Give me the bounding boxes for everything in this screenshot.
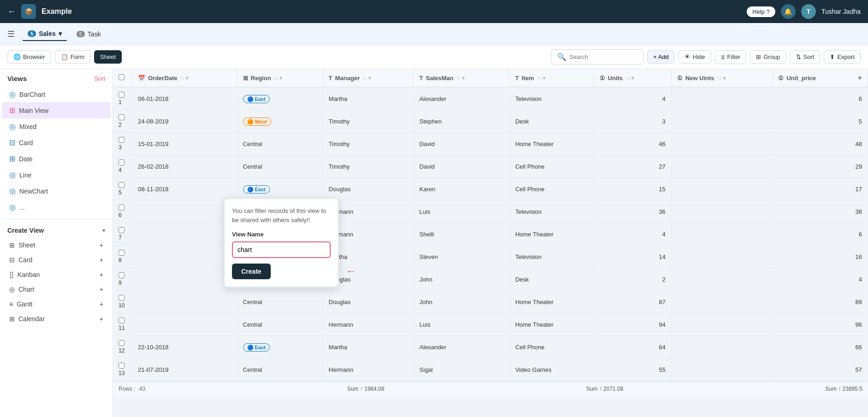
- calendar-add-icon[interactable]: +: [100, 315, 103, 323]
- card-add-icon[interactable]: +: [100, 256, 103, 264]
- newunits-sort-icon[interactable]: ↑↓ ▾: [717, 76, 725, 81]
- row-orderdate: 08-11-2018: [132, 178, 238, 200]
- sheet-button[interactable]: Sheet: [94, 50, 122, 64]
- row-salesman: John: [414, 291, 510, 313]
- row-checkbox[interactable]: [119, 363, 125, 369]
- toolbar: 🌐 Browser 📋 Form Sheet 🔍 + Add 👁 Hide ⧖ …: [0, 45, 868, 69]
- help-button[interactable]: Help ?: [747, 6, 775, 17]
- add-button[interactable]: + Add: [647, 50, 675, 64]
- add-col-icon[interactable]: +: [858, 74, 862, 82]
- sidebar-item-card[interactable]: ⊟ Card ⋯: [2, 135, 111, 151]
- more-icon: ◎: [9, 203, 16, 211]
- row-orderdate: [132, 268, 238, 291]
- tab-task[interactable]: 5 Task: [71, 28, 107, 41]
- row-newunits: [671, 313, 773, 336]
- search-bar[interactable]: 🔍: [551, 49, 643, 65]
- row-checkbox[interactable]: [119, 205, 125, 211]
- row-item: Television: [510, 200, 594, 223]
- search-icon: 🔍: [557, 53, 566, 61]
- kanban-add-icon[interactable]: +: [100, 271, 103, 278]
- row-checkbox-cell: 12: [113, 336, 132, 358]
- orderdate-sort-icon[interactable]: ↑↓ ▾: [180, 76, 189, 81]
- sheet-icon: ⊞: [9, 241, 15, 249]
- form-button[interactable]: 📋 Form: [55, 50, 90, 64]
- row-number: 13: [119, 370, 125, 376]
- sidebar-item-date[interactable]: ⊞ Date ⋯: [2, 151, 111, 167]
- item-sort-icon[interactable]: ↑↓ ▾: [537, 76, 545, 81]
- sidebar-item-more[interactable]: ◎ ... ⋯: [2, 199, 111, 215]
- browser-label: Browser: [23, 53, 45, 60]
- views-sort-button[interactable]: Sort: [94, 75, 105, 82]
- salesman-sort-icon[interactable]: ↑↓ ▾: [456, 76, 464, 81]
- export-button[interactable]: ⬆ Export: [824, 50, 861, 64]
- back-arrow-icon[interactable]: ←: [7, 7, 16, 17]
- row-units: 46: [594, 133, 671, 155]
- row-orderdate: 06-01-2018: [132, 87, 238, 110]
- create-view-chart[interactable]: ◎ Chart +: [4, 282, 109, 297]
- browser-button[interactable]: 🌐 Browser: [7, 50, 51, 64]
- row-number: 11: [119, 325, 125, 331]
- row-unitprice: 38: [773, 200, 868, 223]
- row-newunits: [671, 291, 773, 313]
- popup-create-button[interactable]: Create: [232, 264, 271, 279]
- region-sort-icon[interactable]: ↑↓ ▾: [274, 76, 282, 81]
- row-checkbox[interactable]: [119, 317, 125, 323]
- sidebar-item-newchart[interactable]: ◎ NewChart ⋯: [2, 183, 111, 199]
- sidebar-item-mainview[interactable]: ⊞ Main View ⋯: [2, 102, 111, 118]
- sidebar-item-line[interactable]: ◎ Line ⋯: [2, 167, 111, 183]
- th-unitprice: ① Unit_price +: [773, 69, 868, 87]
- create-view-sheet[interactable]: ⊞ Sheet +: [4, 238, 109, 253]
- app-title: Example: [42, 7, 72, 16]
- row-region: 🔵 East: [237, 87, 323, 110]
- search-input[interactable]: [569, 53, 637, 60]
- row-checkbox[interactable]: [119, 250, 125, 256]
- filter-button[interactable]: ⧖ Filter: [715, 50, 747, 64]
- row-item: Video Games: [510, 358, 594, 381]
- date-label: Date: [19, 155, 92, 163]
- barchart-icon: ◎: [9, 90, 16, 99]
- chart-add-icon[interactable]: +: [100, 286, 103, 293]
- select-all-checkbox[interactable]: [119, 74, 125, 80]
- create-view-calendar[interactable]: ⊞ Calendar +: [4, 311, 109, 326]
- row-units: 36: [594, 200, 671, 223]
- row-orderdate: 24-08-2019: [132, 110, 238, 133]
- row-checkbox[interactable]: [119, 272, 125, 278]
- hide-label: Hide: [693, 53, 705, 60]
- hide-button[interactable]: 👁 Hide: [678, 50, 711, 64]
- units-sort-icon[interactable]: ↑↓ ▾: [625, 76, 634, 81]
- filter-icon: ⧖: [721, 53, 725, 61]
- sidebar-item-mixed[interactable]: ◎ Mixed ⋯: [2, 118, 111, 135]
- create-view-card[interactable]: ⊟ Card +: [4, 253, 109, 267]
- mainview-icon: ⊞: [9, 106, 15, 115]
- row-checkbox[interactable]: [119, 182, 125, 188]
- row-checkbox[interactable]: [119, 114, 125, 120]
- row-salesman: Sigal: [414, 358, 510, 381]
- row-number: 6: [119, 212, 122, 218]
- sort-button[interactable]: ⇅ Sort: [790, 50, 820, 64]
- sheet-add-icon[interactable]: +: [100, 241, 103, 249]
- row-manager: Timothy: [323, 133, 414, 155]
- row-checkbox[interactable]: [119, 295, 125, 301]
- create-view-gantt[interactable]: ≡ Gantt +: [4, 297, 109, 311]
- create-view-header[interactable]: Create View ▾: [0, 223, 113, 238]
- tab-sales[interactable]: 5 Sales ▾: [22, 27, 67, 41]
- notification-button[interactable]: 🔔: [781, 4, 796, 19]
- row-checkbox[interactable]: [119, 137, 125, 143]
- create-view-kanban[interactable]: ⣿ Kanban +: [4, 267, 109, 282]
- row-units: 64: [594, 336, 671, 358]
- hamburger-icon[interactable]: ☰: [7, 29, 15, 39]
- row-checkbox[interactable]: [119, 159, 125, 165]
- manager-sort-icon[interactable]: ↑↓ ▾: [363, 76, 371, 81]
- card-label: Card: [19, 139, 92, 147]
- gantt-add-icon[interactable]: +: [100, 300, 103, 308]
- row-checkbox[interactable]: [119, 340, 125, 346]
- units-col-icon: ①: [600, 75, 605, 82]
- item-col-icon: T: [515, 75, 519, 82]
- group-button[interactable]: ⊞ Group: [750, 50, 786, 64]
- row-checkbox[interactable]: [119, 92, 125, 98]
- popup-view-name-input[interactable]: [232, 241, 331, 258]
- row-checkbox[interactable]: [119, 227, 125, 233]
- row-manager: Timothy: [323, 155, 414, 178]
- sidebar-item-barchart[interactable]: ◎ BarChart ⋯: [2, 86, 111, 102]
- row-item: Cell Phone: [510, 336, 594, 358]
